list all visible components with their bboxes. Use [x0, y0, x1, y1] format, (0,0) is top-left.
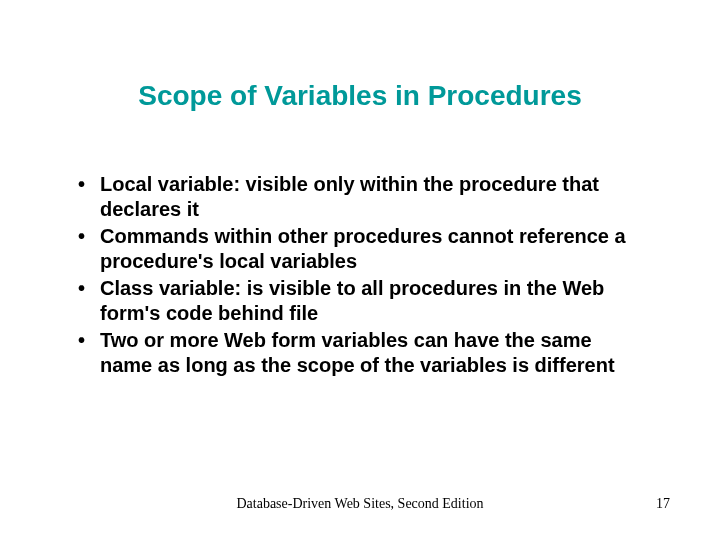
slide-title: Scope of Variables in Procedures [0, 0, 720, 142]
list-item: Class variable: is visible to all proced… [72, 276, 648, 326]
list-item: Two or more Web form variables can have … [72, 328, 648, 378]
bullet-list: Local variable: visible only within the … [72, 172, 648, 378]
list-item: Commands within other procedures cannot … [72, 224, 648, 274]
slide: Scope of Variables in Procedures Local v… [0, 0, 720, 540]
page-number: 17 [656, 496, 670, 512]
slide-footer: Database-Driven Web Sites, Second Editio… [0, 496, 720, 512]
footer-text: Database-Driven Web Sites, Second Editio… [0, 496, 720, 512]
slide-content: Local variable: visible only within the … [0, 142, 720, 378]
list-item: Local variable: visible only within the … [72, 172, 648, 222]
